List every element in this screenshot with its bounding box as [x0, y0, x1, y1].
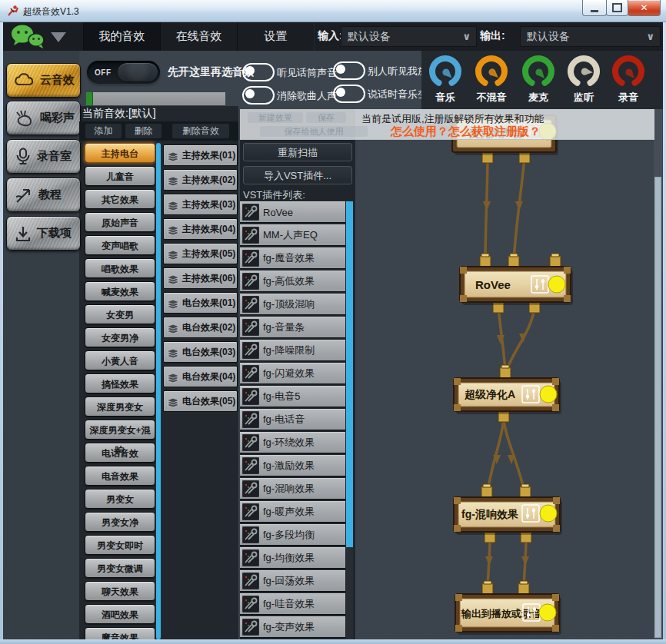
vst-plugin-item[interactable]: fg-魔音效果 — [240, 247, 345, 269]
category-item[interactable]: 男变女微调 — [85, 558, 155, 578]
category-item[interactable]: 主持电台 — [85, 143, 155, 163]
wechat-icon[interactable] — [9, 24, 48, 49]
preset-item[interactable]: 主持效果(06) — [163, 267, 238, 289]
category-item[interactable]: 电音效果 — [85, 466, 155, 486]
input-device-select[interactable]: 默认设备 ∨ — [341, 26, 477, 47]
category-item[interactable]: 酒吧效果 — [85, 604, 155, 624]
category-item[interactable]: 电话音效 — [85, 443, 155, 463]
tab-my-effects[interactable]: 我的音效 — [83, 22, 161, 51]
vst-scrollbar[interactable] — [346, 201, 353, 639]
sidebar-item-cheers[interactable]: 喝彩声 — [6, 101, 81, 135]
sidebar-item-downloads[interactable]: 下载项 — [6, 216, 81, 251]
tab-settings[interactable]: 设置 — [237, 22, 315, 51]
preset-item[interactable]: 主持效果(05) — [163, 243, 238, 264]
preset-item[interactable]: 主持效果(04) — [163, 218, 238, 240]
category-item[interactable]: 搞怪效果 — [85, 373, 155, 393]
vst-plugin-item[interactable]: fg-暖声效果 — [240, 501, 345, 523]
category-item[interactable]: 小黄人音 — [85, 350, 155, 370]
knob-dry-mix[interactable]: 不混音 — [470, 52, 513, 105]
import-vst-button[interactable]: 导入VST插件... — [243, 166, 352, 184]
delete-button[interactable]: 删除 — [125, 124, 162, 138]
category-scrollbar[interactable] — [155, 143, 162, 639]
category-scrollbar-thumb[interactable] — [156, 143, 161, 639]
category-item[interactable]: 女变男净 — [85, 327, 155, 347]
preset-item[interactable]: 电台效果(01) — [163, 292, 238, 314]
vst-plugin-item[interactable]: MM-人声EQ — [240, 224, 345, 246]
node-bypass-light[interactable] — [540, 505, 557, 522]
sidebar-item-tutorial[interactable]: 教程 — [6, 178, 81, 212]
preset-item[interactable]: 电台效果(03) — [163, 341, 238, 363]
add-button[interactable]: 添加 — [85, 124, 122, 138]
preset-item[interactable]: 主持效果(01) — [163, 144, 238, 166]
toggle-remove-vocals[interactable] — [242, 86, 275, 105]
vst-plugin-item[interactable]: fg-均衡效果 — [240, 547, 345, 569]
rescan-button[interactable]: 重新扫描 — [243, 143, 352, 161]
vst-plugin-item[interactable]: fg-电话音 — [240, 409, 345, 430]
sidebar-item-recording-studio[interactable]: 录音室 — [6, 139, 81, 174]
toggle-hear-mic[interactable] — [242, 63, 275, 81]
node-rovee[interactable]: RoVee — [460, 267, 573, 305]
graph-scrollbar-thumb[interactable] — [654, 177, 661, 638]
sidebar-item-cloud-effects[interactable]: 云音效 — [6, 63, 81, 98]
knob-monitor[interactable]: 监听 — [562, 52, 605, 105]
category-item[interactable]: 喊麦效果 — [85, 281, 155, 301]
minimize-button[interactable] — [582, 0, 607, 16]
vst-scrollbar-thumb[interactable] — [346, 201, 353, 547]
category-item[interactable]: 男变女净 — [85, 512, 155, 532]
category-item[interactable]: 唱歌效果 — [85, 258, 155, 278]
save-button[interactable]: 保存 — [306, 112, 346, 123]
chevron-down-icon[interactable] — [51, 32, 66, 42]
vst-plugin-item[interactable]: fg-回荡效果 — [240, 570, 345, 592]
category-item[interactable]: 儿童音 — [85, 166, 155, 186]
vst-plugin-item[interactable]: fg-高低效果 — [240, 271, 345, 292]
category-item[interactable]: 男变女即时 — [85, 535, 155, 555]
preset-item[interactable]: 主持效果(02) — [163, 169, 238, 191]
knob-music[interactable]: 音乐 — [424, 52, 467, 105]
knob-mic[interactable]: 麦克 — [517, 52, 560, 105]
node-reverb[interactable]: fg-混响效果 — [454, 497, 562, 535]
vst-plugin-item[interactable]: fg-降噪限制 — [240, 340, 345, 361]
vst-plugin-item[interactable]: fg-多段均衡 — [240, 524, 345, 546]
save-share-button[interactable]: 保存给他人使用 — [260, 126, 368, 137]
vst-plugin-item[interactable]: fg-环绕效果 — [240, 432, 345, 453]
delete-effect-button[interactable]: 删除音效 — [172, 124, 229, 138]
category-item[interactable]: 变声唱歌 — [85, 235, 155, 255]
category-item[interactable]: 深度男变女 — [85, 397, 155, 417]
node-bypass-light[interactable] — [548, 276, 565, 293]
help-link[interactable]: 怎么使用？怎么获取注册版？ — [391, 124, 541, 139]
category-item[interactable]: 深度男变女+混响 — [85, 420, 155, 440]
category-item[interactable]: 其它效果 — [85, 189, 155, 209]
preset-item[interactable]: 电台效果(02) — [163, 317, 238, 338]
vst-plugin-item[interactable]: fg-音量条 — [240, 317, 345, 338]
vst-plugin-item[interactable]: fg-混响效果 — [240, 478, 345, 500]
tab-online-effects[interactable]: 在线音效 — [160, 22, 238, 51]
category-item[interactable]: 原始声音 — [85, 212, 155, 232]
node-output[interactable]: 输出到播放或录音 — [455, 594, 561, 635]
graph-scrollbar[interactable] — [654, 109, 662, 639]
vst-plugin-item[interactable]: fg-顶级混响 — [240, 294, 345, 315]
master-switch-knob[interactable] — [118, 63, 158, 81]
toggle-others-hear-music[interactable] — [333, 61, 365, 80]
vst-plugin-item[interactable]: fg-哇音效果 — [240, 593, 345, 615]
vst-plugin-item[interactable]: fg-变声效果 — [240, 616, 345, 638]
master-switch[interactable]: OFF — [87, 61, 160, 84]
close-button[interactable]: ✕ — [628, 0, 661, 16]
output-device-select[interactable]: 默认设备 ∨ — [520, 26, 661, 47]
category-item[interactable]: 女变男 — [85, 304, 155, 324]
node-bypass-light[interactable] — [539, 604, 556, 621]
vst-plugin-item[interactable]: RoVee — [240, 201, 345, 223]
category-item[interactable]: 男变女 — [85, 489, 155, 509]
node-bypass-light[interactable] — [540, 386, 557, 403]
preset-item[interactable]: 电台效果(05) — [163, 390, 238, 412]
maximize-button[interactable] — [606, 0, 628, 16]
preset-item[interactable]: 电台效果(04) — [163, 366, 238, 387]
node-purifier[interactable]: 超级净化A — [454, 378, 561, 414]
toggle-music-ducking[interactable] — [333, 85, 365, 103]
vst-plugin-item[interactable]: fg-闪避效果 — [240, 363, 345, 384]
new-effect-button[interactable]: 新建效果 — [248, 112, 303, 123]
preset-item[interactable]: 主持效果(03) — [163, 194, 238, 215]
category-item[interactable]: 聊天效果 — [85, 581, 155, 601]
vst-plugin-item[interactable]: fg-电音5 — [240, 386, 345, 407]
knob-record[interactable]: 录音 — [607, 52, 650, 105]
vst-plugin-item[interactable]: fg-激励效果 — [240, 455, 345, 476]
